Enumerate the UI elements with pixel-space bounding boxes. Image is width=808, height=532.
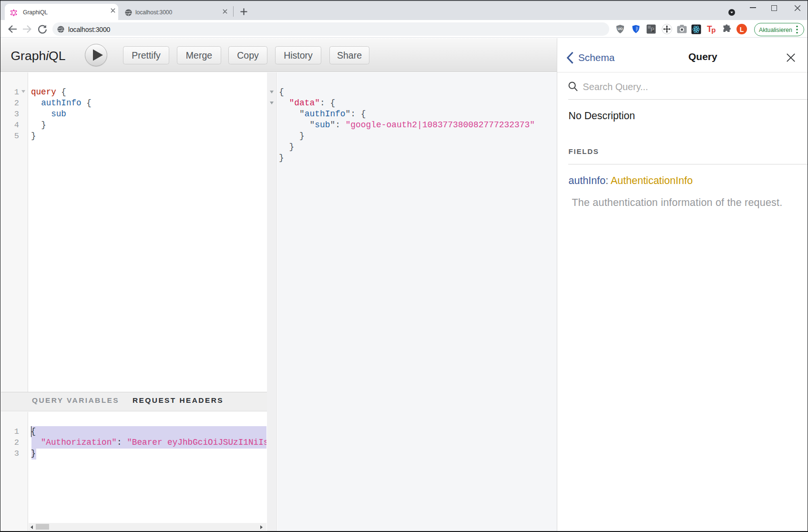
svg-text:P: P bbox=[651, 27, 654, 32]
svg-text:UO: UO bbox=[618, 27, 623, 31]
